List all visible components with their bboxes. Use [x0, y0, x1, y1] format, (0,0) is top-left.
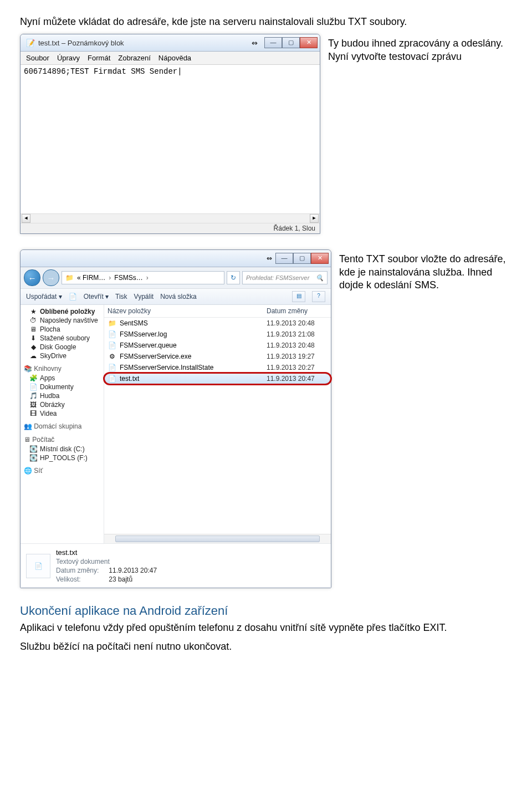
- view-mode-button[interactable]: ▤: [292, 291, 305, 302]
- tree-google-drive[interactable]: ◆Disk Google: [21, 343, 104, 351]
- burn-button[interactable]: Vypálit: [134, 293, 154, 300]
- menu-format[interactable]: Formát: [88, 54, 110, 62]
- scroll-thumb[interactable]: [115, 536, 320, 542]
- file-row[interactable]: 📁 SentSMS 11.9.2013 20:48: [104, 318, 331, 329]
- details-mod-value: 11.9.2013 20:47: [109, 567, 157, 574]
- chevron-right-icon: ›: [146, 274, 149, 282]
- tree-network[interactable]: 🌐 Síť: [21, 466, 104, 476]
- explorer-body: ★Oblíbené položky ⏱Naposledy navštíve 🖥P…: [21, 305, 331, 543]
- notepad-caption: Ty budou ihned zpracovány a odeslány. Ny…: [328, 34, 512, 63]
- folder-icon: 📁: [65, 274, 74, 282]
- menu-help[interactable]: Nápověda: [158, 54, 191, 62]
- nav-back-button[interactable]: ←: [24, 269, 40, 286]
- file-row[interactable]: 📄 FSMSserverService.InstallState 11.9.20…: [104, 362, 331, 373]
- organize-button[interactable]: Uspořádat ▾: [26, 293, 62, 300]
- breadcrumb[interactable]: 📁 « FIRM… › FSMSs… ›: [62, 271, 224, 284]
- desktop-icon: 🖥: [29, 325, 37, 333]
- notepad-window: 📝 test.txt – Poznámkový blok ⇔ — ▢ ✕ Sou…: [20, 34, 320, 234]
- arrow-left-icon: ←: [28, 273, 37, 283]
- explorer-window: ⇔ — ▢ ✕ ← → 📁 « FIRM… › FSMSs… › ↻ Prohl…: [20, 249, 331, 588]
- tree-disk-c[interactable]: 💽Místní disk (C:): [21, 445, 104, 453]
- window-buttons: — ▢ ✕: [275, 253, 329, 264]
- close-button[interactable]: ✕: [311, 253, 329, 264]
- open-with-icon: 📄: [69, 293, 77, 300]
- open-button[interactable]: Otevřít ▾: [84, 293, 109, 300]
- music-icon: 🎵: [29, 392, 37, 400]
- col-date[interactable]: Datum změny: [267, 307, 328, 315]
- new-folder-button[interactable]: Nová složka: [160, 293, 196, 300]
- notepad-titlebar: 📝 test.txt – Poznámkový blok ⇔ — ▢ ✕: [21, 34, 320, 52]
- notepad-app-icon: 📝: [26, 38, 35, 47]
- file-row[interactable]: 📄 FSMSserver.queue 11.9.2013 20:48: [104, 340, 331, 351]
- cloud-icon: ☁: [29, 352, 37, 360]
- details-name: test.txt: [56, 548, 157, 557]
- details-type: Textový dokument: [56, 558, 157, 565]
- notepad-statusbar: Řádek 1, Slou: [21, 223, 320, 233]
- file-columns: Název položky Datum změny: [104, 305, 331, 318]
- refresh-button[interactable]: ↻: [227, 271, 240, 284]
- tree-computer[interactable]: 🖥 Počítač: [21, 435, 104, 445]
- intro-paragraph: Nyní můžete vkládat do adresáře, kde jst…: [20, 16, 512, 28]
- menu-view[interactable]: Zobrazení: [118, 54, 151, 62]
- document-icon: 📄: [29, 383, 37, 391]
- maximize-button[interactable]: ▢: [293, 253, 311, 264]
- horizontal-scrollbar[interactable]: ◄ ►: [21, 213, 320, 223]
- details-size-value: 23 bajtů: [109, 575, 157, 583]
- tree-libraries[interactable]: 📚 Knihovny: [21, 364, 104, 374]
- tree-recent[interactable]: ⏱Naposledy navštíve: [21, 316, 104, 325]
- videos-icon: 🎞: [29, 410, 37, 417]
- close-button[interactable]: ✕: [300, 37, 318, 48]
- move-arrows-icon: ⇔: [252, 39, 258, 47]
- tree-downloads[interactable]: ⬇Stažené soubory: [21, 334, 104, 343]
- minimize-button[interactable]: —: [275, 253, 293, 264]
- tree-apps[interactable]: 🧩Apps: [21, 374, 104, 383]
- nav-tree: ★Oblíbené položky ⏱Naposledy navštíve 🖥P…: [21, 305, 104, 543]
- tree-favorites[interactable]: ★Oblíbené položky: [21, 307, 104, 316]
- tree-disk-f[interactable]: 💽HP_TOOLS (F:): [21, 453, 104, 462]
- arrow-right-icon: →: [47, 273, 55, 283]
- txt-icon: 📄: [108, 374, 116, 383]
- print-button[interactable]: Tisk: [115, 293, 127, 300]
- clock-icon: ⏱: [29, 317, 37, 324]
- col-name[interactable]: Název položky: [108, 307, 267, 315]
- notepad-textarea[interactable]: 606714896;TEST Firmdat SMS Sender|: [21, 65, 320, 213]
- tree-desktop[interactable]: 🖥Plocha: [21, 325, 104, 334]
- file-row[interactable]: 📄 FSMSserver.log 11.9.2013 21:08: [104, 329, 331, 340]
- drive-icon: ◆: [29, 343, 37, 351]
- search-icon: 🔍: [316, 274, 324, 282]
- tree-skydrive[interactable]: ☁SkyDrive: [21, 351, 104, 360]
- tree-documents[interactable]: 📄Dokumenty: [21, 383, 104, 391]
- file-row-selected[interactable]: 📄 test.txt 11.9.2013 20:47: [104, 373, 331, 384]
- maximize-button[interactable]: ▢: [282, 37, 300, 48]
- file-row[interactable]: ⚙ FSMSserverService.exe 11.9.2013 19:27: [104, 351, 331, 362]
- download-icon: ⬇: [29, 334, 37, 342]
- tree-videos[interactable]: 🎞Videa: [21, 409, 104, 418]
- tree-homegroup[interactable]: 👥 Domácí skupina: [21, 421, 104, 431]
- figure-explorer-row: ⇔ — ▢ ✕ ← → 📁 « FIRM… › FSMSs… › ↻ Prohl…: [20, 249, 512, 588]
- window-buttons: — ▢ ✕: [264, 37, 318, 48]
- end-paragraph-1: Aplikaci v telefonu vždy před opuštěním …: [20, 621, 512, 634]
- file-rows: 📁 SentSMS 11.9.2013 20:48 📄 FSMSserver.l…: [104, 318, 331, 534]
- details-size-label: Velikost:: [56, 575, 99, 583]
- help-button[interactable]: ?: [312, 291, 325, 302]
- scroll-left-button[interactable]: ◄: [22, 214, 30, 223]
- crumb-firm[interactable]: « FIRM…: [77, 274, 105, 282]
- menu-file[interactable]: Soubor: [26, 54, 49, 62]
- figure-notepad-row: 📝 test.txt – Poznámkový blok ⇔ — ▢ ✕ Sou…: [20, 34, 512, 234]
- tree-music[interactable]: 🎵Hudba: [21, 391, 104, 400]
- file-pane: Název položky Datum změny 📁 SentSMS 11.9…: [104, 305, 331, 543]
- scroll-right-button[interactable]: ►: [310, 214, 319, 223]
- file-icon: 📄: [108, 341, 116, 350]
- section-heading: Ukončení aplikace na Android zařízení: [20, 604, 512, 618]
- minimize-button[interactable]: —: [264, 37, 282, 48]
- menu-edit[interactable]: Úpravy: [57, 54, 80, 62]
- exe-icon: ⚙: [108, 352, 116, 361]
- pictures-icon: 🖼: [29, 401, 37, 409]
- crumb-fsmss[interactable]: FSMSs…: [114, 274, 142, 282]
- file-icon: 📄: [108, 330, 116, 339]
- file-icon: 📄: [108, 363, 116, 372]
- search-input[interactable]: Prohledat: FSMSserver 🔍: [242, 271, 328, 284]
- tree-pictures[interactable]: 🖼Obrázky: [21, 400, 104, 409]
- horizontal-scrollbar[interactable]: [104, 534, 331, 543]
- nav-forward-button[interactable]: →: [43, 269, 59, 286]
